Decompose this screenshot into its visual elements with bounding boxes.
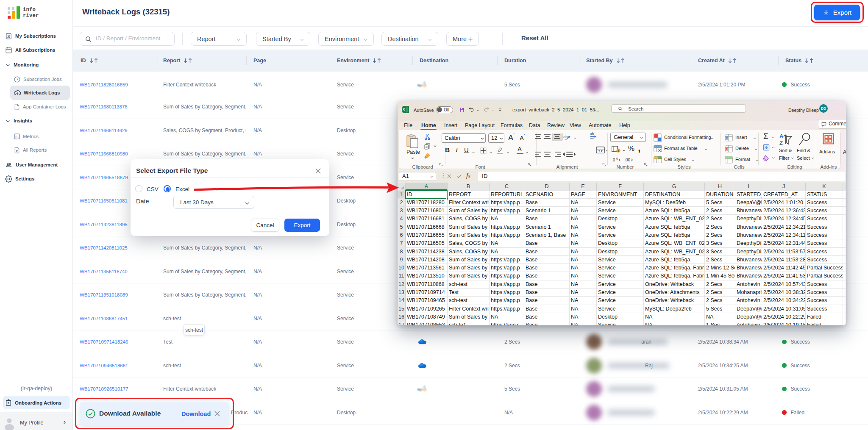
svg-text:Z: Z (779, 140, 783, 146)
svg-text:A: A (779, 133, 784, 139)
svg-text:X: X (403, 107, 405, 111)
svg-text:0: 0 (616, 157, 618, 161)
svg-text:SQL: SQL (421, 388, 427, 391)
svg-text:info: info (23, 7, 36, 13)
svg-text:river: river (23, 13, 39, 19)
svg-text:.00: .00 (624, 158, 630, 162)
svg-text:ab: ab (563, 135, 568, 139)
svg-text:ab: ab (590, 132, 594, 136)
svg-text:SQL: SQL (421, 83, 427, 87)
svg-text:.0: .0 (612, 158, 615, 162)
